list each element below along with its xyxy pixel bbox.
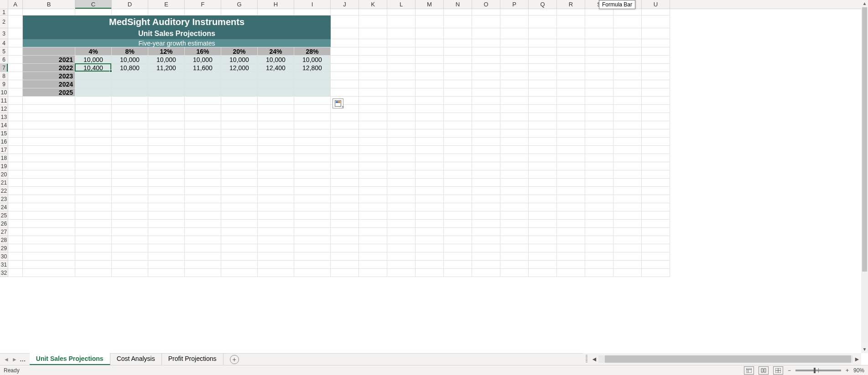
cell-D28[interactable]: [112, 236, 148, 244]
title-description[interactable]: Five-year growth estimates: [23, 39, 331, 47]
cell-K2[interactable]: [359, 15, 387, 28]
cell-M16[interactable]: [416, 138, 444, 146]
col-header-G[interactable]: G: [221, 0, 258, 9]
cell-A4[interactable]: [8, 39, 23, 47]
cell-M7[interactable]: [416, 64, 444, 72]
cell-K16[interactable]: [359, 138, 387, 146]
cell-U31[interactable]: [642, 261, 670, 269]
hscroll-track[interactable]: [598, 355, 853, 363]
cell-K18[interactable]: [359, 154, 387, 162]
cell-E28[interactable]: [148, 236, 185, 244]
cell-C18[interactable]: [75, 154, 112, 162]
row-header-3[interactable]: 3: [0, 28, 8, 39]
cell-I31[interactable]: [294, 261, 331, 269]
cell-S17[interactable]: [585, 146, 613, 154]
cell-N10[interactable]: [444, 88, 472, 97]
cell-R4[interactable]: [557, 39, 585, 47]
cell-A20[interactable]: [8, 170, 23, 179]
cell-N25[interactable]: [444, 211, 472, 220]
cell-J13[interactable]: [331, 113, 359, 121]
cell-C1[interactable]: [75, 9, 112, 15]
cell-P26[interactable]: [500, 220, 529, 228]
cell-B13[interactable]: [23, 113, 75, 121]
cell-Q23[interactable]: [529, 195, 557, 203]
cell-N19[interactable]: [444, 162, 472, 170]
row-header-2[interactable]: 2: [0, 15, 8, 28]
cell-O22[interactable]: [472, 187, 500, 195]
cell-S6[interactable]: [585, 56, 613, 64]
cell-N13[interactable]: [444, 113, 472, 121]
cell-D20[interactable]: [112, 170, 148, 179]
cell-T14[interactable]: [613, 121, 642, 129]
cell-L31[interactable]: [387, 261, 416, 269]
cell-E23[interactable]: [148, 195, 185, 203]
cell-N16[interactable]: [444, 138, 472, 146]
cell-H28[interactable]: [258, 236, 294, 244]
cell-S13[interactable]: [585, 113, 613, 121]
cell-Q21[interactable]: [529, 179, 557, 187]
cell-R20[interactable]: [557, 170, 585, 179]
cell-A10[interactable]: [8, 88, 23, 97]
cell-T29[interactable]: [613, 244, 642, 252]
cell-J26[interactable]: [331, 220, 359, 228]
cell-H19[interactable]: [258, 162, 294, 170]
cell-J1[interactable]: [331, 9, 359, 15]
cell-J27[interactable]: [331, 228, 359, 236]
cell-R14[interactable]: [557, 121, 585, 129]
cell-Q15[interactable]: [529, 129, 557, 138]
cell-F13[interactable]: [185, 113, 221, 121]
cell-D12[interactable]: [112, 105, 148, 113]
cell-M19[interactable]: [416, 162, 444, 170]
cell-K7[interactable]: [359, 64, 387, 72]
cell-H21[interactable]: [258, 179, 294, 187]
cell-F15[interactable]: [185, 129, 221, 138]
cell-F29[interactable]: [185, 244, 221, 252]
cell-B21[interactable]: [23, 179, 75, 187]
cell-Q28[interactable]: [529, 236, 557, 244]
cell-S9[interactable]: [585, 80, 613, 88]
cell-Q14[interactable]: [529, 121, 557, 129]
cell-O4[interactable]: [472, 39, 500, 47]
cell-G23[interactable]: [221, 195, 258, 203]
cell-L14[interactable]: [387, 121, 416, 129]
cell-F19[interactable]: [185, 162, 221, 170]
cell-F10[interactable]: [185, 88, 221, 97]
cell-U17[interactable]: [642, 146, 670, 154]
cell-M11[interactable]: [416, 97, 444, 105]
cell-T6[interactable]: [613, 56, 642, 64]
cell-S18[interactable]: [585, 154, 613, 162]
cell-O30[interactable]: [472, 252, 500, 261]
cell-P17[interactable]: [500, 146, 529, 154]
cell-O6[interactable]: [472, 56, 500, 64]
cell-H7[interactable]: 12,400: [258, 64, 294, 72]
cell-C15[interactable]: [75, 129, 112, 138]
cell-B15[interactable]: [23, 129, 75, 138]
zoom-in-button[interactable]: +: [846, 367, 849, 374]
cell-M18[interactable]: [416, 154, 444, 162]
cell-U26[interactable]: [642, 220, 670, 228]
cell-L25[interactable]: [387, 211, 416, 220]
cell-O32[interactable]: [472, 269, 500, 277]
cell-S4[interactable]: [585, 39, 613, 47]
cell-I19[interactable]: [294, 162, 331, 170]
cell-A29[interactable]: [8, 244, 23, 252]
cell-O17[interactable]: [472, 146, 500, 154]
cell-H1[interactable]: [258, 9, 294, 15]
cell-R19[interactable]: [557, 162, 585, 170]
cell-O18[interactable]: [472, 154, 500, 162]
cell-N29[interactable]: [444, 244, 472, 252]
cell-T9[interactable]: [613, 80, 642, 88]
spreadsheet-grid[interactable]: ABCDEFGHIJKLMNOPQRSTU 12MedSight Auditor…: [0, 0, 861, 375]
cell-F27[interactable]: [185, 228, 221, 236]
row-header-31[interactable]: 31: [0, 261, 8, 269]
page-break-view-button[interactable]: [773, 366, 783, 375]
cell-J31[interactable]: [331, 261, 359, 269]
cell-P2[interactable]: [500, 15, 529, 28]
cell-B6[interactable]: 2021: [23, 56, 75, 64]
cell-B9[interactable]: 2024: [23, 80, 75, 88]
cell-L7[interactable]: [387, 64, 416, 72]
cell-K31[interactable]: [359, 261, 387, 269]
cell-L12[interactable]: [387, 105, 416, 113]
cell-K29[interactable]: [359, 244, 387, 252]
cell-F31[interactable]: [185, 261, 221, 269]
